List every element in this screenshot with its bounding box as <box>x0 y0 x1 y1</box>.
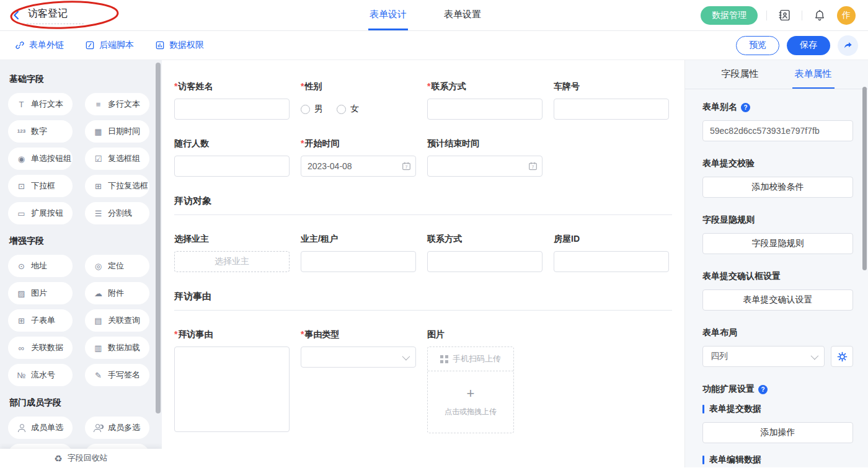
form-title[interactable]: 访客登记 <box>27 6 84 24</box>
field-house-id[interactable]: 房屋ID <box>554 234 669 272</box>
share-button[interactable] <box>838 35 858 56</box>
checkbox-icon: ☑ <box>93 155 104 163</box>
save-button[interactable]: 保存 <box>787 36 830 55</box>
field-pill-data-load[interactable]: ▥数据加载 <box>85 337 149 359</box>
section-title-member-fields: 部门成员字段 <box>9 397 153 408</box>
field-owner-tenant[interactable]: 业主/租户 <box>301 234 416 272</box>
field-pill-linked-query[interactable]: ▤关联查询 <box>85 309 149 332</box>
field-select-owner[interactable]: 选择业主 选择业主 <box>174 234 290 272</box>
field-image-upload[interactable]: 图片 手机扫码上传 + 点击或拖拽上传 <box>427 329 542 433</box>
field-owner-contact[interactable]: 联系方式 <box>427 234 542 272</box>
group-submit-confirm: 表单提交确认框设置 表单提交确认设置 <box>702 271 853 311</box>
submit-confirm-settings-button[interactable]: 表单提交确认设置 <box>702 289 853 311</box>
avatar[interactable]: 作 <box>837 6 856 25</box>
help-icon[interactable]: ? <box>758 385 768 394</box>
field-label: 选择业主 <box>174 234 290 245</box>
form-alias-input[interactable] <box>702 120 853 141</box>
field-pill-geolocate[interactable]: ◎定位 <box>85 255 149 277</box>
field-pill-dropdown[interactable]: ⊡下拉框 <box>8 175 73 197</box>
visitor-name-input[interactable] <box>174 99 290 120</box>
qr-upload-button[interactable]: 手机扫码上传 <box>428 347 513 371</box>
form-layout-select[interactable]: 四列 <box>702 346 825 367</box>
reason-type-select[interactable] <box>301 347 416 368</box>
field-pill-serial-number[interactable]: №流水号 <box>8 364 73 386</box>
companions-input[interactable] <box>174 156 290 177</box>
pill-label: 下拉复选框 <box>108 180 148 192</box>
field-recycle-bin[interactable]: ♻ 字段回收站 <box>0 449 162 467</box>
field-pill-multi-line-text[interactable]: ≡多行文本 <box>85 93 149 115</box>
field-pill-address[interactable]: ⊙地址 <box>8 255 73 277</box>
gender-radio-male[interactable]: 男 <box>301 104 323 115</box>
field-pill-linked-data[interactable]: ∞关联数据 <box>8 337 73 359</box>
field-pill-subform[interactable]: ⊞子表单 <box>8 309 73 332</box>
add-submit-action-button[interactable]: 添加操作 <box>702 422 853 443</box>
pill-label: 成员单选 <box>31 422 63 433</box>
preview-button[interactable]: 预览 <box>736 36 779 55</box>
gender-radio-female[interactable]: 女 <box>337 104 359 115</box>
field-end-time[interactable]: 预计结束时间 7 <box>427 138 542 177</box>
field-pill-checkbox-group[interactable]: ☑复选框组 <box>85 148 149 170</box>
field-visitor-name[interactable]: *访客姓名 <box>174 81 290 120</box>
field-pill-divider-line[interactable]: ☰分割线 <box>85 202 149 224</box>
help-icon[interactable]: ? <box>741 103 750 112</box>
field-start-time[interactable]: *开始时间 7 <box>301 138 416 177</box>
script-icon <box>85 40 95 50</box>
house-id-input[interactable] <box>554 251 669 272</box>
plate-no-input[interactable] <box>554 99 669 120</box>
field-pill-single-line-text[interactable]: T单行文本 <box>8 93 73 115</box>
field-pill-datetime[interactable]: ▦日期时间 <box>85 120 149 143</box>
contact-input[interactable] <box>427 99 542 120</box>
field-label-text: 随行人数 <box>174 138 209 148</box>
add-validation-button[interactable]: 添加校验条件 <box>702 177 853 198</box>
field-visit-reason[interactable]: *拜访事由 <box>174 329 290 435</box>
group-edit-data: 表单编辑数据 添加操作 <box>702 454 853 467</box>
field-reason-type[interactable]: *事由类型 <box>301 329 416 368</box>
sidebar-scrollbar[interactable] <box>156 63 161 413</box>
group-label-text: 表单布局 <box>702 327 737 338</box>
layout-settings-button[interactable] <box>831 346 853 367</box>
backend-script-link[interactable]: 后端脚本 <box>85 40 134 51</box>
field-companions[interactable]: 随行人数 <box>174 138 290 177</box>
field-pill-image[interactable]: ▨图片 <box>8 282 73 304</box>
drag-upload-zone[interactable]: + 点击或拖拽上传 <box>428 371 513 433</box>
pill-label: 下拉框 <box>31 180 55 192</box>
owner-contact-input[interactable] <box>427 251 542 272</box>
tab-form-settings[interactable]: 表单设置 <box>443 0 482 30</box>
back-button[interactable] <box>11 10 22 20</box>
field-pill-signature[interactable]: ✎手写签名 <box>85 364 149 386</box>
pill-label: 子表单 <box>31 315 55 326</box>
pill-label: 扩展按钮 <box>31 208 63 219</box>
tab-form-properties[interactable]: 表单属性 <box>792 60 835 89</box>
field-label: 业主/租户 <box>301 234 416 245</box>
field-pill-member-single[interactable]: 成员单选 <box>8 417 73 439</box>
field-contact[interactable]: *联系方式 <box>427 81 542 120</box>
field-label: 随行人数 <box>174 138 290 149</box>
bell-icon[interactable] <box>811 7 828 24</box>
field-pill-radio-group[interactable]: ◉单选按钮组 <box>8 148 73 170</box>
form-external-link[interactable]: 表单外链 <box>15 40 64 51</box>
field-pill-extend-button[interactable]: ▭扩展按钮 <box>8 202 73 224</box>
field-pill-number[interactable]: 123数字 <box>8 120 73 143</box>
group-label-text: 表单别名 <box>702 102 737 113</box>
toolbar: 表单外链 后端脚本 数据权限 预览 保存 <box>0 31 868 60</box>
start-time-input[interactable] <box>301 156 416 177</box>
field-pill-attachment[interactable]: ☁附件 <box>85 282 149 304</box>
end-time-input[interactable] <box>427 156 542 177</box>
field-visibility-rules-button[interactable]: 字段显隐规则 <box>702 233 853 254</box>
owner-tenant-input[interactable] <box>301 251 416 272</box>
tab-form-design[interactable]: 表单设计 <box>368 0 408 30</box>
contacts-book-icon[interactable] <box>776 7 793 24</box>
chevron-down-icon <box>811 351 819 360</box>
select-owner-button[interactable]: 选择业主 <box>174 251 290 272</box>
field-plate-no[interactable]: 车牌号 <box>554 81 669 120</box>
field-pill-member-multi[interactable]: 成员多选 <box>85 417 149 439</box>
data-manage-button[interactable]: 数据管理 <box>701 6 758 25</box>
tab-field-properties[interactable]: 字段属性 <box>719 60 761 89</box>
field-gender[interactable]: *性别 男 女 <box>301 81 416 120</box>
visit-reason-textarea[interactable] <box>174 347 290 432</box>
window-scrollbar[interactable] <box>862 87 867 270</box>
field-pill-multi-dropdown[interactable]: ⊞下拉复选框 <box>85 175 149 197</box>
data-permission-link[interactable]: 数据权限 <box>155 40 204 51</box>
cloud-upload-icon: ☁ <box>93 289 104 298</box>
radio-icon: ◉ <box>16 155 27 163</box>
